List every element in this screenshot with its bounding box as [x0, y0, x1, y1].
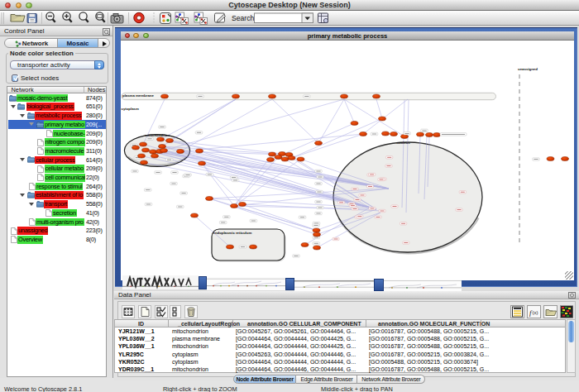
svg-text:unassigned: unassigned: [518, 67, 538, 71]
svg-text:endoplasmic reticulum: endoplasmic reticulum: [213, 230, 252, 234]
svg-text:plasma membrane: plasma membrane: [122, 93, 154, 98]
svg-text:Search:: Search:: [232, 14, 256, 22]
svg-text:mitochondrion: mitochondrion: [145, 133, 170, 137]
svg-text:cytoplasm: cytoplasm: [122, 106, 139, 110]
svg-text:nucleus: nucleus: [396, 141, 410, 145]
svg-text:(x): (x): [533, 310, 538, 315]
